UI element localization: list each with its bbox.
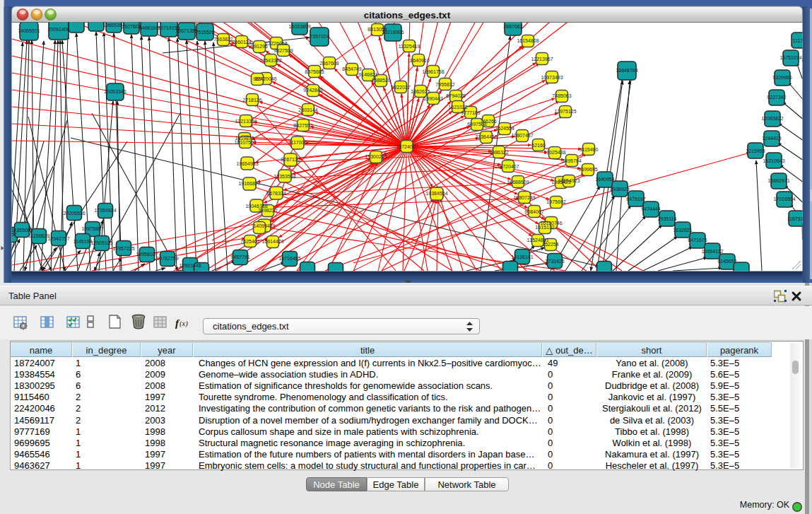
svg-text:16914479: 16914479 [261,239,283,244]
svg-text:21364436: 21364436 [475,134,497,139]
svg-text:18807249: 18807249 [513,195,535,200]
svg-text:18724007: 18724007 [396,144,418,149]
svg-text:9827509: 9827509 [273,48,293,53]
svg-text:3498222: 3498222 [258,208,277,213]
svg-text:1244415: 1244415 [762,136,781,141]
svg-text:2867608: 2867608 [319,61,339,66]
svg-text:10973493: 10973493 [541,75,563,80]
svg-text:13654923: 13654923 [558,178,579,183]
svg-text:17957225: 17957225 [112,246,134,251]
svg-text:11325419: 11325419 [399,44,420,49]
svg-text:16210643: 16210643 [763,158,784,163]
svg-text:8267130: 8267130 [281,157,300,162]
svg-text:14136141: 14136141 [511,255,533,259]
svg-text:12213369: 12213369 [235,119,257,124]
svg-text:19384554: 19384554 [425,191,447,196]
svg-text:12942757: 12942757 [47,236,69,241]
svg-text:15692971: 15692971 [767,178,789,183]
svg-text:20206536: 20206536 [63,211,85,216]
svg-text:10958107: 10958107 [136,252,158,257]
svg-text:10654112: 10654112 [702,249,724,254]
svg-text:16648784: 16648784 [616,68,637,73]
svg-text:8454749: 8454749 [342,66,361,71]
svg-text:9699695: 9699695 [578,167,597,172]
svg-text:15716485: 15716485 [278,256,300,261]
svg-text:1615132: 1615132 [535,225,554,230]
svg-text:16961758: 16961758 [422,69,444,74]
svg-text:10025438: 10025438 [543,150,565,155]
svg-text:14055571: 14055571 [18,28,40,33]
svg-text:6497508: 6497508 [467,122,486,127]
svg-text:1145194: 1145194 [73,239,93,244]
svg-text:8660124: 8660124 [232,40,251,45]
svg-text:1588520: 1588520 [371,78,390,83]
svg-text:10688609: 10688609 [507,180,529,185]
svg-text:12213967: 12213967 [531,57,553,62]
svg-text:1975692: 1975692 [546,199,565,204]
svg-text:2718126: 2718126 [242,98,261,103]
svg-text:9115460: 9115460 [579,147,599,152]
svg-text:9457791: 9457791 [230,255,249,259]
svg-text:8678334: 8678334 [266,191,286,196]
svg-text:19654983: 19654983 [236,161,258,166]
svg-text:8471676: 8471676 [688,238,707,243]
svg-text:7563822: 7563822 [213,37,233,42]
svg-text:20091406: 20091406 [47,27,69,32]
svg-text:12093822: 12093822 [761,116,783,121]
svg-text:7515526: 7515526 [195,30,214,35]
svg-text:14099489: 14099489 [253,223,275,228]
svg-text:2803144: 2803144 [298,107,317,112]
svg-text:9242848: 9242848 [303,88,322,93]
svg-text:12975125: 12975125 [554,109,576,114]
svg-text:(x): (x) [180,320,188,328]
svg-text:9329966: 9329966 [772,75,792,80]
svg-text:7485063: 7485063 [552,93,571,98]
svg-text:7357224: 7357224 [310,34,329,39]
svg-text:6466160: 6466160 [139,25,158,30]
svg-text:1640954: 1640954 [595,177,614,182]
svg-text:7986322: 7986322 [489,150,508,155]
svg-text:6479197: 6479197 [626,197,645,201]
svg-text:62160: 62160 [531,143,546,148]
svg-text:1733426: 1733426 [545,259,564,264]
svg-text:6794028: 6794028 [446,93,465,98]
svg-text:4117006: 4117006 [288,140,307,145]
svg-text:12505135: 12505135 [90,240,112,245]
svg-text:10543342: 10543342 [259,58,281,63]
svg-text:3215958: 3215958 [746,148,765,153]
svg-text:8938923: 8938923 [610,187,629,192]
svg-text:2935114: 2935114 [658,216,677,221]
svg-text:1990443: 1990443 [423,96,442,101]
svg-text:1621022: 1621022 [448,105,467,110]
svg-text:11156829: 11156829 [28,233,49,238]
svg-text:9227342: 9227342 [767,95,786,100]
svg-text:18640910: 18640910 [407,58,429,63]
svg-text:12923448: 12923448 [179,263,201,268]
svg-text:18720407: 18720407 [497,164,519,169]
svg-text:9777169: 9777169 [461,110,480,115]
svg-text:19166827: 19166827 [238,181,260,186]
svg-text:9245652: 9245652 [717,259,736,264]
svg-text:2687682: 2687682 [503,24,522,29]
svg-text:16033809: 16033809 [288,24,310,29]
svg-text:8813054: 8813054 [367,27,387,32]
svg-text:14355061: 14355061 [11,228,33,233]
svg-text:8427552: 8427552 [293,123,312,128]
svg-text:8375685: 8375685 [305,69,324,74]
svg-text:9146821: 9146821 [358,72,377,77]
svg-text:citations_edges.txt: citations_edges.txt [364,10,451,21]
svg-text:7625402: 7625402 [240,239,259,244]
svg-text:2495794: 2495794 [562,158,581,163]
svg-text:9084067: 9084067 [524,209,543,214]
svg-text:16782759: 16782759 [156,256,178,261]
svg-text:10107553: 10107553 [234,140,256,145]
svg-text:10807487: 10807487 [511,133,533,138]
svg-text:16671355: 16671355 [175,28,197,33]
svg-text:7632621: 7632621 [673,228,692,233]
svg-text:3624554: 3624554 [495,126,514,131]
svg-text:1362615: 1362615 [411,89,430,94]
svg-text:12353594: 12353594 [273,174,295,179]
svg-text:8322037: 8322037 [391,85,410,90]
svg-text:1527602: 1527602 [122,24,141,29]
svg-text:20053346: 20053346 [104,89,126,94]
